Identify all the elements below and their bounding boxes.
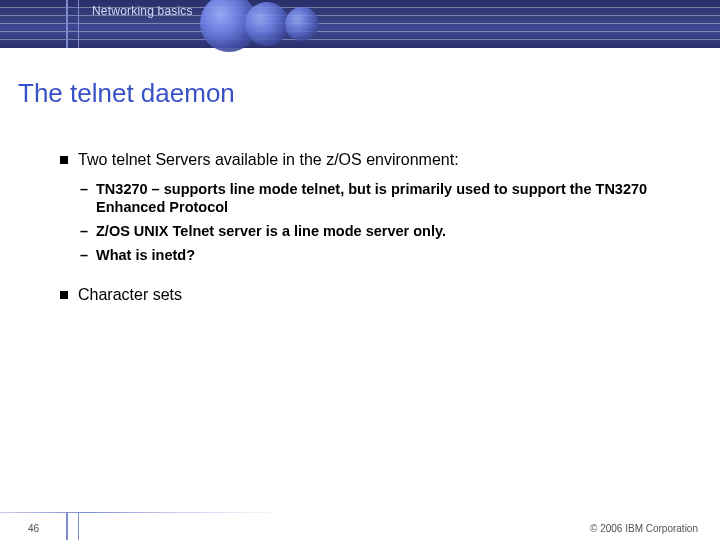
sub-bullet-item: TN3270 – supports line mode telnet, but … [66,180,680,216]
decor-sphere-icon [285,7,319,41]
header-band: Networking basics [0,0,720,48]
decor-sphere-icon [245,2,289,46]
sub-bullet-item: What is inetd? [66,246,680,264]
slide-body: Two telnet Servers available in the z/OS… [60,142,680,315]
sub-bullet-text: Z/OS UNIX Telnet server is a line mode s… [96,223,446,239]
vertical-rule [78,0,79,48]
section-label: Networking basics [92,4,193,18]
vertical-rule [66,512,68,540]
bullet-item: Character sets [60,285,680,305]
vertical-rule [78,512,79,540]
bullet-text: Two telnet Servers available in the z/OS… [78,151,459,168]
vertical-rule [66,0,68,48]
footer-rule [0,512,720,513]
page-number: 46 [28,523,39,534]
bullet-item: Two telnet Servers available in the z/OS… [60,150,680,170]
bullet-text: Character sets [78,286,182,303]
sub-bullet-item: Z/OS UNIX Telnet server is a line mode s… [66,222,680,240]
slide-title: The telnet daemon [18,78,235,109]
sub-bullet-text: TN3270 – supports line mode telnet, but … [96,181,647,215]
copyright-text: © 2006 IBM Corporation [590,523,698,534]
sub-bullet-text: What is inetd? [96,247,195,263]
slide: Networking basics The telnet daemon Two … [0,0,720,540]
footer: 46 © 2006 IBM Corporation [0,512,720,540]
